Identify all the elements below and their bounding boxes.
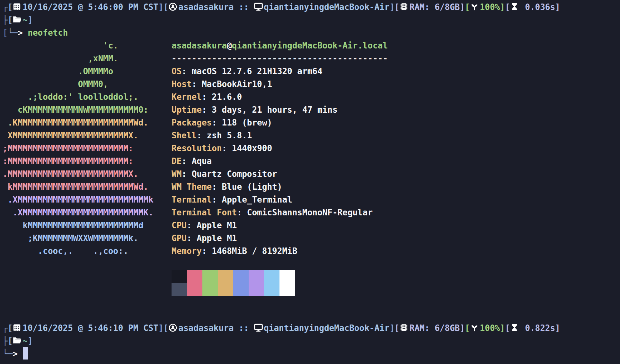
neofetch-info: asadasakura@qiantianyingdeMacBook-Air.lo… xyxy=(172,39,388,257)
text-segment: ----------------------------------------… xyxy=(172,54,388,63)
text-segment: 100% xyxy=(480,323,500,333)
text-segment: : xyxy=(222,143,232,153)
blank-line xyxy=(3,309,620,322)
text-segment: asadasakura :: xyxy=(178,323,254,333)
text-segment: ] xyxy=(389,323,394,333)
info-row: Uptime: 3 days, 21 hours, 47 mins xyxy=(172,103,388,116)
text-segment: : xyxy=(212,182,222,192)
cursor-block xyxy=(23,347,28,360)
info-value: 1468MiB / 8192MiB xyxy=(212,246,297,256)
ascii-art-line: .cooc,. .,coo:. xyxy=(3,245,172,257)
info-label: Uptime xyxy=(172,105,202,115)
text-segment: └─ xyxy=(3,349,13,359)
neofetch-info-list: OS: macOS 12.7.6 21H1320 arm64Host: MacB… xyxy=(172,65,388,257)
info-label: WM Theme xyxy=(172,182,212,192)
text-segment: ] xyxy=(500,323,505,333)
blank-line xyxy=(3,257,620,270)
terminal-screen: ┌[10/16/2025 @ 5:46:00 PM CST][asadasaku… xyxy=(0,0,620,360)
text-segment: qiantianyingdeMacBook-Air.local xyxy=(232,41,388,50)
info-label: GPU xyxy=(172,233,187,243)
palette-swatch xyxy=(233,283,249,296)
info-label: Shell xyxy=(172,131,197,140)
palette-swatch xyxy=(264,270,279,283)
ascii-art-line: XMMMMMMMMMMMMMMMMMMMMMMMX. xyxy=(3,129,172,142)
text-segment: asadasakura xyxy=(172,41,227,50)
info-value: Apple M1 xyxy=(197,233,237,243)
palette-row-bright xyxy=(172,283,620,296)
info-value: macOS 12.7.6 21H1320 arm64 xyxy=(192,66,323,76)
ascii-art-line: ;KMMMMMMMWXXWMMMMMMMk. xyxy=(3,232,172,245)
neofetch-separator: ----------------------------------------… xyxy=(172,52,388,65)
info-label: Memory xyxy=(172,246,202,256)
info-label: OS xyxy=(172,66,182,76)
text-segment: ] xyxy=(555,2,560,12)
info-value: 21.6.0 xyxy=(212,92,242,102)
palette-swatch xyxy=(172,270,187,283)
text-segment: ] xyxy=(460,323,465,333)
neofetch-title: asadasakura@qiantianyingdeMacBook-Air.lo… xyxy=(172,39,388,52)
ascii-art-line: .KMMMMMMMMMMMMMMMMMMMMMMMWd. xyxy=(3,116,172,129)
text-segment: 0.036s xyxy=(520,2,555,12)
ascii-art-line: 'c. xyxy=(3,39,172,52)
info-row: Shell: zsh 5.8.1 xyxy=(172,129,388,142)
text-segment: : xyxy=(212,195,222,204)
palette-swatch xyxy=(264,283,279,296)
calendar-icon xyxy=(13,2,22,11)
ascii-art-apple-logo: 'c. ,xNMM. .OMMMMo OMMM0, .;loddo:' lool… xyxy=(3,39,172,257)
monitor-icon xyxy=(254,323,264,332)
text-segment: [ xyxy=(465,323,470,333)
info-label: WM xyxy=(172,169,182,179)
info-label: Kernel xyxy=(172,92,202,102)
text-segment: [ xyxy=(3,28,8,38)
info-label: DE xyxy=(172,156,182,166)
info-label: Host xyxy=(172,79,192,89)
text-segment: ] xyxy=(460,2,465,12)
text-segment: ┌[ xyxy=(3,2,13,12)
info-row: Memory: 1468MiB / 8192MiB xyxy=(172,245,388,257)
info-value: 3 days, 21 hours, 47 mins xyxy=(212,105,337,115)
info-value: Blue (Light) xyxy=(222,182,282,192)
text-segment: ] xyxy=(28,336,33,346)
text-segment: neofetch xyxy=(28,28,68,38)
text-segment: : xyxy=(202,92,212,102)
text-segment: ] xyxy=(389,2,394,12)
text-segment: ~ xyxy=(22,336,28,346)
seedling-icon xyxy=(470,323,480,332)
text-segment: ][ xyxy=(158,2,168,12)
folder-icon xyxy=(13,15,22,24)
palette-swatch xyxy=(233,270,249,283)
info-row: DE: Aqua xyxy=(172,155,388,168)
text-segment: 10/16/2025 @ 5:46:10 PM CST xyxy=(22,323,158,333)
text-segment: : xyxy=(197,131,207,140)
user-icon xyxy=(168,323,178,332)
text-segment: [ xyxy=(465,2,470,12)
text-segment: RAM: 6/8GB xyxy=(410,323,460,333)
text-segment: : xyxy=(212,118,222,127)
info-row: Kernel: 21.6.0 xyxy=(172,91,388,103)
palette-swatch xyxy=(202,270,218,283)
ascii-art-line: .XMMMMMMMMMMMMMMMMMMMMMMMMK. xyxy=(3,206,172,219)
ram-icon xyxy=(400,2,410,11)
palette-row-normal xyxy=(172,270,620,283)
info-row: WM Theme: Blue (Light) xyxy=(172,180,388,193)
palette-swatch xyxy=(218,283,233,296)
hourglass-icon xyxy=(510,2,520,11)
text-segment: [ xyxy=(394,323,400,333)
info-value: ComicShannsMonoNF-Regular xyxy=(247,208,373,217)
text-segment: : xyxy=(192,79,202,89)
text-segment: qiantianyingdeMacBook-Air xyxy=(264,323,389,333)
ascii-art-line: .MMMMMMMMMMMMMMMMMMMMMMMMX. xyxy=(3,168,172,180)
color-palette xyxy=(172,270,620,296)
ascii-art-line: .;loddo:' loolloddol;. xyxy=(3,91,172,103)
info-label: Packages xyxy=(172,118,212,127)
text-segment: @ xyxy=(227,41,232,50)
palette-swatch xyxy=(187,283,202,296)
info-label: CPU xyxy=(172,221,187,230)
text-segment: : xyxy=(182,66,191,76)
palette-swatch xyxy=(249,283,264,296)
info-value: Aqua xyxy=(192,156,212,166)
text-segment: └─ xyxy=(8,28,18,38)
user-icon xyxy=(168,2,178,11)
palette-swatch xyxy=(249,270,264,283)
ascii-art-line: .OMMMMo xyxy=(3,65,172,78)
